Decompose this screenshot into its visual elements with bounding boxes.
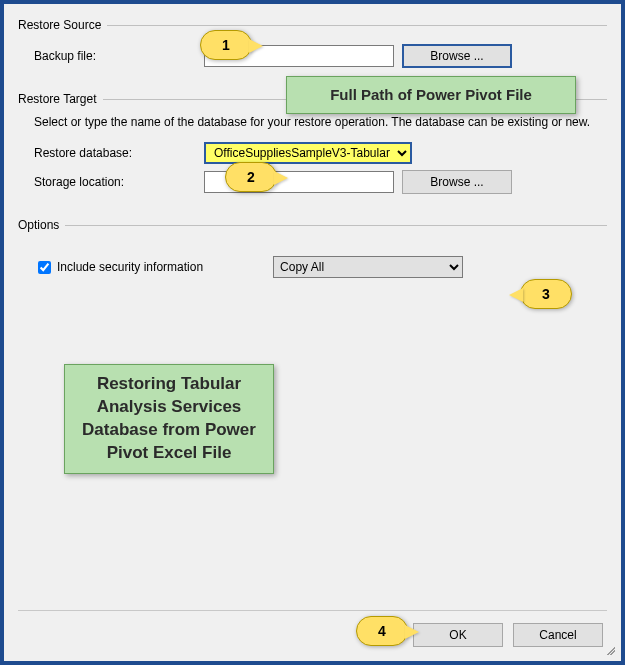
include-security-label: Include security information [57,260,203,274]
restore-target-legend: Restore Target [18,92,103,106]
resize-grip-icon[interactable] [605,645,615,655]
options-group: Options Include security information Cop… [18,218,607,296]
callout-2: 2 [225,162,277,192]
restore-dialog: Restore Source Backup file: Browse ... R… [0,0,625,665]
include-security-checkbox[interactable] [38,261,51,274]
callout-1: 1 [200,30,252,60]
backup-file-label: Backup file: [34,49,204,63]
dialog-separator [18,610,607,611]
restore-source-group: Restore Source Backup file: Browse ... [18,18,607,82]
ok-button[interactable]: OK [413,623,503,647]
dialog-button-row: OK Cancel [413,623,603,647]
storage-location-label: Storage location: [34,175,204,189]
restore-source-legend: Restore Source [18,18,107,32]
callout-4: 4 [356,616,408,646]
annotation-full-path: Full Path of Power Pivot File [286,76,576,114]
callout-3: 3 [520,279,572,309]
restore-target-help: Select or type the name of the database … [18,112,607,136]
options-legend: Options [18,218,65,232]
restore-database-select[interactable]: OfficeSuppliesSampleV3-Tabular [204,142,412,164]
security-mode-select[interactable]: Copy All [273,256,463,278]
storage-browse-button[interactable]: Browse ... [402,170,512,194]
cancel-button[interactable]: Cancel [513,623,603,647]
backup-browse-button[interactable]: Browse ... [402,44,512,68]
annotation-restoring: Restoring Tabular Analysis Services Data… [64,364,274,474]
restore-database-label: Restore database: [34,146,204,160]
